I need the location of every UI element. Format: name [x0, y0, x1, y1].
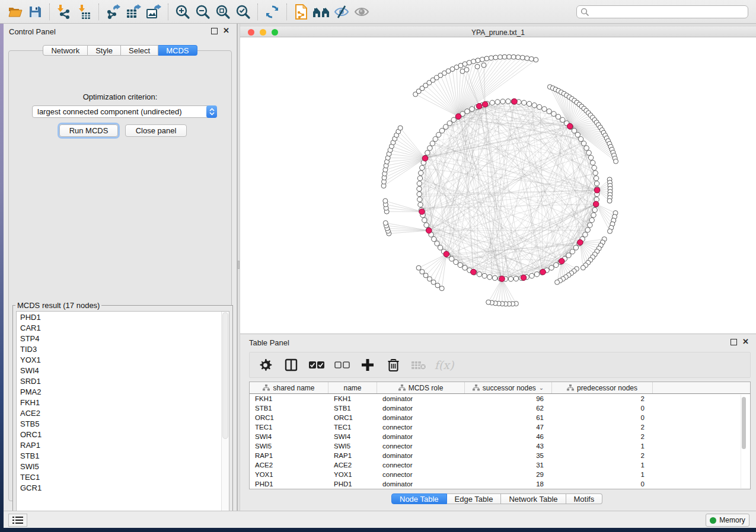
graph-node[interactable] [416, 265, 421, 270]
memory-button[interactable]: Memory [706, 514, 749, 527]
graph-node[interactable] [581, 141, 586, 146]
mcds-graph-node[interactable] [426, 227, 432, 233]
graph-node[interactable] [508, 277, 513, 281]
delete-table-icon[interactable] [411, 357, 426, 373]
graph-node[interactable] [419, 171, 423, 175]
mcds-result-item[interactable]: STB1 [17, 450, 229, 461]
graph-node[interactable] [420, 165, 425, 170]
zoom-selected-icon[interactable] [233, 3, 253, 21]
open-file-icon[interactable] [5, 3, 25, 21]
graph-node[interactable] [529, 273, 534, 278]
graph-node[interactable] [511, 55, 516, 59]
mcds-list-scrollbar[interactable] [221, 312, 229, 516]
graph-node[interactable] [435, 241, 439, 246]
graph-node[interactable] [566, 253, 571, 258]
graph-node[interactable] [585, 227, 590, 232]
graph-node[interactable] [549, 265, 554, 270]
graph-node[interactable] [551, 111, 556, 116]
close-panel-button[interactable]: Close panel [125, 124, 187, 137]
network-graph[interactable] [240, 37, 756, 334]
mcds-graph-node[interactable] [444, 251, 449, 257]
search-box[interactable] [576, 5, 748, 18]
graph-node[interactable] [417, 181, 422, 186]
graph-node[interactable] [492, 275, 497, 280]
graph-node[interactable] [420, 270, 425, 274]
tab-select[interactable]: Select [121, 45, 158, 56]
mcds-graph-node[interactable] [455, 114, 461, 120]
graph-node[interactable] [423, 273, 428, 278]
refresh-view-icon[interactable] [262, 3, 282, 21]
network-canvas[interactable] [240, 37, 756, 334]
graph-node[interactable] [592, 207, 597, 212]
graph-node[interactable] [475, 64, 480, 69]
graph-node[interactable] [532, 103, 537, 108]
float-panel-icon[interactable] [731, 339, 737, 345]
graph-node[interactable] [614, 159, 618, 164]
graph-node[interactable] [480, 57, 484, 62]
graph-node[interactable] [591, 160, 595, 165]
graph-node[interactable] [431, 280, 436, 284]
graph-node[interactable] [458, 262, 462, 267]
graph-node[interactable] [417, 176, 422, 181]
graph-node[interactable] [580, 265, 585, 270]
graph-node[interactable] [500, 99, 505, 104]
graph-node[interactable] [583, 232, 588, 237]
mcds-result-item[interactable]: STP4 [17, 333, 229, 344]
table-scrollbar[interactable] [741, 395, 746, 488]
node-table[interactable]: shared namenameMCDS rolesuccessor nodes⌄… [249, 382, 751, 489]
tab-motifs[interactable]: Motifs [566, 493, 603, 504]
graph-node[interactable] [489, 56, 493, 60]
graph-node[interactable] [417, 197, 422, 202]
network-window-titlebar[interactable]: YPA_prune.txt_1 [240, 27, 756, 37]
graph-node[interactable] [594, 181, 599, 186]
mcds-graph-node[interactable] [521, 275, 527, 281]
mcds-result-item[interactable]: STB5 [17, 418, 229, 429]
mcds-graph-node[interactable] [471, 269, 477, 275]
column-header-predecessor-nodes[interactable]: predecessor nodes [552, 382, 653, 393]
table-row[interactable]: FKH1FKH1dominator962 [250, 394, 750, 403]
table-row[interactable]: ACE2ACE2connector311 [250, 460, 750, 470]
export-table-icon[interactable] [123, 3, 143, 21]
export-network-icon[interactable] [103, 3, 123, 21]
mcds-result-item[interactable]: SRD1 [17, 376, 229, 386]
mcds-result-item[interactable]: CAR1 [17, 322, 229, 333]
new-network-from-selection-icon[interactable] [291, 3, 311, 21]
graph-node[interactable] [506, 99, 511, 104]
splitter-grip[interactable] [238, 261, 240, 269]
table-row[interactable]: STB1STB1dominator620 [250, 403, 750, 413]
graph-node[interactable] [593, 171, 598, 175]
mcds-result-item[interactable]: TID3 [17, 344, 229, 354]
mcds-result-item[interactable]: SWI4 [17, 365, 229, 376]
graph-node[interactable] [482, 273, 487, 278]
graph-node[interactable] [462, 265, 467, 270]
mcds-graph-node[interactable] [499, 276, 505, 282]
close-panel-icon[interactable]: ✕ [742, 337, 749, 346]
delete-column-icon[interactable] [385, 357, 401, 373]
tab-node-table[interactable]: Node Table [391, 493, 447, 504]
graph-node[interactable] [591, 213, 596, 217]
graph-node[interactable] [592, 165, 596, 170]
mcds-graph-node[interactable] [482, 101, 488, 107]
function-builder-icon[interactable]: f(x) [436, 357, 452, 373]
zoom-out-icon[interactable] [193, 3, 213, 21]
graph-node[interactable] [471, 59, 476, 64]
table-row[interactable]: ORC1ORC1dominator610 [250, 413, 750, 422]
mcds-result-item[interactable]: ORC1 [17, 429, 229, 440]
graph-node[interactable] [516, 55, 521, 60]
graph-node[interactable] [572, 128, 576, 133]
graph-node[interactable] [476, 58, 480, 63]
graph-node[interactable] [428, 146, 432, 150]
graph-node[interactable] [447, 121, 452, 126]
graph-node[interactable] [487, 275, 492, 280]
table-settings-icon[interactable] [258, 357, 273, 373]
mcds-result-item[interactable]: GCR1 [17, 482, 229, 493]
deselect-all-checkboxes-icon[interactable] [334, 357, 350, 373]
graph-node[interactable] [575, 132, 580, 137]
graph-node[interactable] [465, 109, 470, 114]
graph-node[interactable] [432, 236, 436, 241]
hide-selected-icon[interactable] [331, 3, 352, 21]
task-history-button[interactable] [8, 514, 27, 527]
graph-node[interactable] [383, 220, 388, 225]
tab-network-table[interactable]: Network Table [501, 493, 566, 504]
graph-node[interactable] [444, 124, 448, 129]
